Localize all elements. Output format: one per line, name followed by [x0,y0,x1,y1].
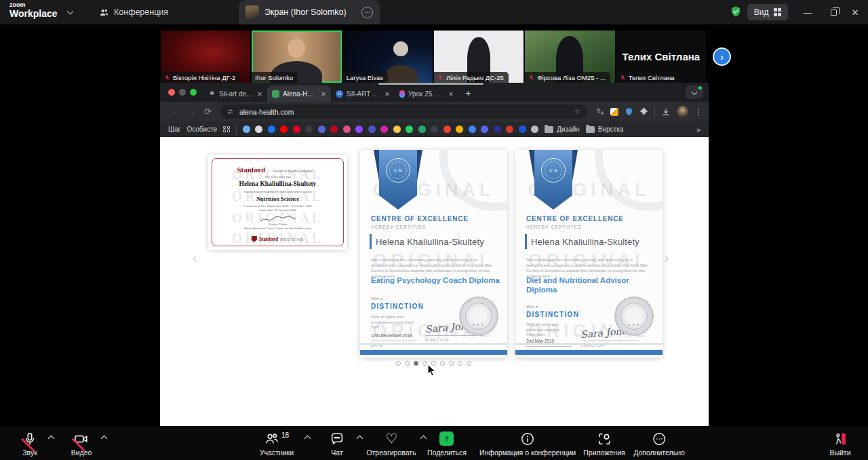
tab-close-icon[interactable]: ✕ [257,90,262,98]
carousel-dot[interactable] [422,361,427,366]
bookmark-favicon[interactable] [506,126,513,133]
leave-button[interactable]: Выйти [829,432,850,457]
carousel-dot[interactable] [449,361,454,366]
bookmark-favicon[interactable] [469,126,476,133]
bookmark-favicon[interactable] [456,126,463,133]
carousel-next-button[interactable]: › [665,251,669,265]
close-traffic-light[interactable] [168,89,175,96]
video-tile-active-speaker[interactable]: Ihor Solomko [252,31,341,83]
reload-icon[interactable]: ⟳ [204,107,212,116]
browser-tab[interactable]: U SII-ART school ✕ [331,85,395,102]
carousel-prev-button[interactable]: ‹ [193,251,197,265]
tab-close-icon[interactable]: ✕ [384,90,390,98]
bookmark-favicon[interactable] [443,126,451,133]
tab-close-icon[interactable]: ✕ [448,90,454,98]
bookmark-favicon[interactable] [280,126,288,133]
video-tile[interactable]: Лілія Радько ДС-25 [434,31,524,83]
bookmark-star-icon[interactable]: ☆ [574,107,580,116]
bookmark-favicon[interactable] [355,126,363,133]
video-button[interactable]: Видео [71,432,92,457]
view-button[interactable]: Вид [747,4,788,20]
video-options-chevron[interactable] [101,436,108,442]
site-info-icon[interactable] [226,108,234,115]
chat-options-chevron[interactable] [357,436,363,442]
carousel-dot[interactable] [396,361,401,366]
next-participants-button[interactable]: › [713,47,731,66]
tab-search-button[interactable] [686,85,703,99]
new-tab-button[interactable]: + [465,87,471,98]
tab-close-icon[interactable]: ✕ [321,90,326,98]
carousel-dot[interactable] [405,361,410,366]
bookmark-favicon[interactable] [494,126,501,133]
bookmark-favicon[interactable] [305,126,313,133]
zoom-traffic-light[interactable] [190,89,197,96]
video-tile[interactable]: Вікторія Нікітіна ДГ-2 [161,31,250,83]
browser-tab[interactable]: ❉ Sii-art design ✕ [203,85,267,102]
tab-conference[interactable]: Конференция [99,0,168,24]
bookmark-favicon[interactable] [330,126,338,133]
minimize-button[interactable]: — [797,0,818,24]
bookmark-folder-layout[interactable]: Верстка [586,126,624,133]
certificate-stanford[interactable]: ORIGINAL ORIGINAL ORIGINAL ORIGINAL Stan… [208,155,347,250]
profile-avatar[interactable] [677,106,688,117]
minimize-traffic-light[interactable] [179,89,186,96]
download-icon[interactable] [661,107,671,117]
bookmark-favicon[interactable] [418,126,426,133]
bookmark-favicon[interactable] [268,126,275,133]
workspace-dropdown-icon[interactable] [67,8,74,15]
carousel-dot[interactable] [440,361,445,366]
security-shield-icon[interactable] [730,5,742,20]
tab-options-icon[interactable]: ⋯ [361,7,373,18]
bookmark-item[interactable]: Особисте [186,126,217,133]
bookmark-favicon[interactable] [343,126,351,133]
browser-tab[interactable]: Урок 25. Портфоліо-презен ✕ [395,85,458,102]
more-button[interactable]: Дополнительно [633,432,685,457]
audio-options-chevron[interactable] [48,436,55,442]
meeting-info-button[interactable]: Информация о конференции [479,432,576,457]
bookmark-favicon[interactable] [431,126,438,133]
restore-button[interactable] [823,0,844,24]
apps-button[interactable]: Приложения [583,432,625,457]
participants-button[interactable]: 18 Участники [260,432,294,457]
bookmark-favicon[interactable] [393,126,401,133]
bookmark-favicon[interactable] [406,126,413,133]
extension-icon-orange[interactable] [610,108,618,116]
tab-screen-share[interactable]: Экран (Ihor Solomko) ⋯ [239,0,380,24]
certificate-coe-eating-psychology[interactable]: ORIGINAL ORIGINAL ORIGINAL C·E CENTRE OF… [360,150,507,358]
video-tile-no-camera[interactable]: Телих Світлана Телих Світлана [616,31,706,83]
browser-tab-active[interactable]: Alena-Health ✕ [267,85,331,102]
bookmarks-overflow-icon[interactable]: » [696,126,701,134]
back-icon[interactable]: ← [170,107,179,116]
bookmark-favicon[interactable] [481,126,488,133]
carousel-dot[interactable] [458,361,462,366]
carousel-dot[interactable] [414,361,418,366]
bookmark-favicon[interactable] [293,126,300,133]
translate-icon[interactable] [595,107,604,116]
bookmark-favicon[interactable] [255,126,262,133]
react-options-chevron[interactable] [420,436,427,442]
bookmark-favicon[interactable] [380,126,388,133]
react-button[interactable]: ♡ Отреагировать [366,432,416,457]
close-button[interactable]: ✕ [845,0,865,24]
bookmark-favicon[interactable] [531,126,538,133]
video-tile[interactable]: Larysa Eivas [343,31,433,83]
audio-button[interactable]: Звук [22,432,37,457]
forward-icon[interactable]: → [187,107,196,116]
bookmark-favicon[interactable] [519,126,526,133]
video-tile[interactable]: Фірсова Ліза ОМ25 - ... [525,31,614,83]
carousel-dot[interactable] [467,361,471,366]
bookmark-favicon[interactable] [243,126,250,133]
browser-menu-icon[interactable]: ⋮ [694,107,703,117]
address-bar[interactable]: alena-health.com ☆ [220,104,587,119]
participants-options-chevron[interactable] [304,436,311,442]
share-button[interactable]: Поделиться [427,432,467,457]
bookmark-favicon[interactable] [368,126,376,133]
bookmark-folder-design[interactable]: Дизайн [545,126,580,133]
chat-button[interactable]: Чат [330,432,344,457]
bookmark-favicon[interactable] [318,126,326,133]
apps-grid-icon[interactable] [223,126,230,133]
certificate-coe-diet-nutrition[interactable]: ORIGINAL ORIGINAL ORIGINAL C·E CENTRE OF… [515,150,663,358]
bookmark-item[interactable]: Шаг [168,126,180,133]
adblock-shield-icon[interactable] [625,107,633,116]
extensions-puzzle-icon[interactable] [639,107,648,116]
